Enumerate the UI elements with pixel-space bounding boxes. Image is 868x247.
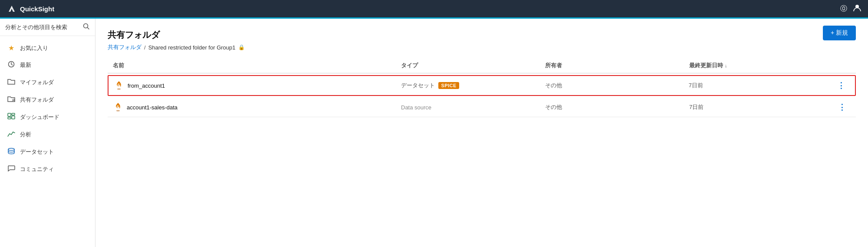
topbar: QuickSight ⓪ bbox=[0, 0, 868, 17]
sidebar-item-label: コミュニティ bbox=[20, 165, 54, 173]
more-options-icon[interactable]: ⋮ bbox=[838, 102, 846, 112]
sort-arrow-icon: ↓ bbox=[725, 63, 727, 68]
sidebar: 分析とその他項目を検索 ★ お気に入り 最新 bbox=[0, 19, 95, 247]
sidebar-item-favorites[interactable]: ★ お気に入り bbox=[0, 40, 95, 56]
table-row: from_account1 データセット SPICE その他 7日前 ⋮ bbox=[108, 75, 856, 96]
topbar-left: QuickSight bbox=[7, 4, 54, 13]
sidebar-item-label: 共有フォルダ bbox=[20, 96, 54, 104]
cell-owner: その他 bbox=[545, 103, 689, 111]
cell-type: Data source bbox=[401, 104, 545, 111]
sidebar-nav: ★ お気に入り 最新 マイフォルダ bbox=[0, 36, 95, 247]
app-title: QuickSight bbox=[20, 5, 54, 13]
sidebar-item-dataset[interactable]: データセット bbox=[0, 143, 95, 161]
sidebar-item-label: ダッシュボード bbox=[20, 113, 59, 121]
sidebar-item-shared-folder[interactable]: 共有フォルダ bbox=[0, 91, 95, 109]
owner-text: その他 bbox=[545, 103, 562, 111]
table-header: 名前 タイプ 所有者 最終更新日時 ↓ bbox=[108, 58, 856, 73]
lock-icon: 🔒 bbox=[238, 44, 245, 50]
breadcrumb: 共有フォルダ / Shared restricted folder for Gr… bbox=[108, 43, 856, 51]
cell-type: データセット SPICE bbox=[401, 82, 545, 89]
sidebar-item-label: データセット bbox=[20, 148, 54, 156]
search-icon[interactable] bbox=[83, 23, 90, 31]
shared-folder-icon bbox=[7, 96, 16, 104]
cell-updated: 7日前 bbox=[689, 82, 832, 89]
star-icon: ★ bbox=[7, 44, 16, 52]
svg-line-4 bbox=[88, 28, 89, 30]
svg-point-13 bbox=[116, 110, 120, 112]
breadcrumb-current: Shared restricted folder for Group1 bbox=[148, 44, 236, 51]
page-title: 共有フォルダ bbox=[108, 29, 856, 41]
svg-rect-8 bbox=[12, 113, 15, 115]
quicksight-logo-icon bbox=[7, 4, 16, 13]
svg-point-11 bbox=[8, 148, 14, 151]
item-name[interactable]: from_account1 bbox=[128, 82, 165, 89]
breadcrumb-link[interactable]: 共有フォルダ bbox=[108, 43, 141, 51]
svg-point-12 bbox=[117, 89, 121, 90]
clock-icon bbox=[7, 61, 16, 69]
col-header-updated[interactable]: 最終更新日時 ↓ bbox=[689, 62, 833, 69]
svg-rect-10 bbox=[8, 117, 11, 119]
breadcrumb-separator: / bbox=[144, 44, 146, 51]
type-text: データセット bbox=[401, 82, 435, 89]
type-text: Data source bbox=[401, 104, 431, 111]
sidebar-item-label: 最新 bbox=[20, 61, 31, 69]
sidebar-search-bar[interactable]: 分析とその他項目を検索 bbox=[0, 19, 95, 36]
cell-name: from_account1 bbox=[114, 80, 401, 91]
user-icon[interactable] bbox=[853, 4, 861, 13]
spice-badge: SPICE bbox=[438, 82, 459, 89]
cell-name: account1-sales-data bbox=[113, 102, 401, 112]
analysis-icon bbox=[7, 130, 16, 139]
cell-updated: 7日前 bbox=[689, 103, 833, 111]
col-header-name: 名前 bbox=[113, 62, 401, 69]
sidebar-search-label: 分析とその他項目を検索 bbox=[5, 23, 79, 31]
file-table: 名前 タイプ 所有者 最終更新日時 ↓ bbox=[108, 58, 856, 117]
folder-icon bbox=[7, 78, 16, 87]
item-name[interactable]: account1-sales-data bbox=[127, 104, 178, 111]
table-row: account1-sales-data Data source その他 7日前 … bbox=[108, 98, 856, 117]
help-icon[interactable]: ⓪ bbox=[840, 4, 847, 13]
dataset-icon bbox=[7, 148, 16, 156]
cell-actions[interactable]: ⋮ bbox=[833, 102, 851, 112]
sidebar-item-label: マイフォルダ bbox=[20, 79, 54, 86]
content-area: + 新規 共有フォルダ 共有フォルダ / Shared restricted f… bbox=[95, 19, 868, 247]
sidebar-item-recent[interactable]: 最新 bbox=[0, 56, 95, 74]
sidebar-item-label: 分析 bbox=[20, 131, 31, 138]
date-text: 7日前 bbox=[689, 103, 704, 111]
content-header: 共有フォルダ 共有フォルダ / Shared restricted folder… bbox=[108, 29, 856, 51]
sidebar-item-community[interactable]: コミュニティ bbox=[0, 161, 95, 178]
dataset-row-icon bbox=[114, 80, 124, 91]
col-header-owner: 所有者 bbox=[545, 62, 689, 69]
col-header-actions bbox=[833, 62, 851, 69]
owner-text: その他 bbox=[545, 82, 562, 89]
svg-rect-9 bbox=[12, 116, 15, 119]
sidebar-item-analysis[interactable]: 分析 bbox=[0, 126, 95, 143]
main-layout: 分析とその他項目を検索 ★ お気に入り 最新 bbox=[0, 19, 868, 247]
col-header-type: タイプ bbox=[401, 62, 545, 69]
cell-owner: その他 bbox=[545, 82, 689, 89]
community-icon bbox=[7, 165, 16, 174]
more-options-icon[interactable]: ⋮ bbox=[837, 81, 845, 90]
svg-rect-7 bbox=[8, 113, 11, 116]
topbar-right: ⓪ bbox=[840, 4, 861, 13]
dashboard-icon bbox=[7, 113, 16, 122]
sidebar-item-my-folder[interactable]: マイフォルダ bbox=[0, 74, 95, 91]
sidebar-item-dashboard[interactable]: ダッシュボード bbox=[0, 109, 95, 126]
datasource-row-icon bbox=[113, 102, 123, 112]
sidebar-item-label: お気に入り bbox=[20, 44, 48, 52]
cell-actions[interactable]: ⋮ bbox=[832, 81, 850, 90]
date-text: 7日前 bbox=[689, 82, 703, 89]
new-button[interactable]: + 新規 bbox=[823, 26, 856, 40]
